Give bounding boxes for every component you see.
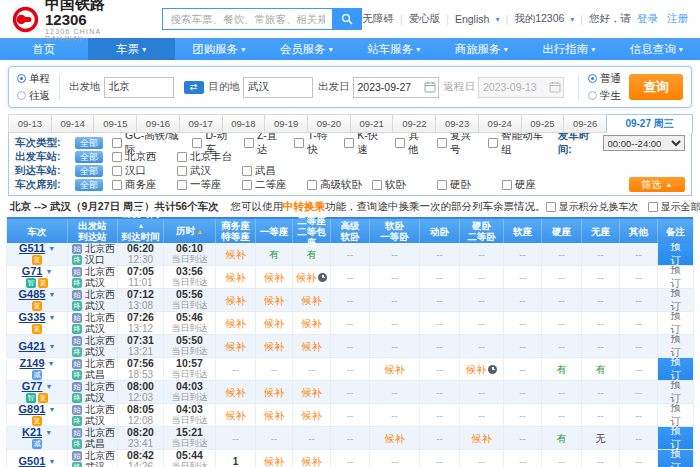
normal-passenger-radio[interactable]: 普通	[588, 72, 621, 86]
date-tab-09-17[interactable]: 09-17	[179, 114, 223, 133]
filter-option-北京西[interactable]: 北京西	[112, 150, 167, 164]
filter-option-智能动车组[interactable]: 智能动车组	[488, 129, 547, 157]
show-all-bookable-checkbox[interactable]: 显示全部可预订车次	[648, 200, 700, 214]
book-button[interactable]: 预订	[658, 381, 693, 403]
train-link[interactable]: G485	[19, 289, 46, 300]
expand-caret-icon[interactable]: ▼	[48, 289, 55, 300]
filter-option-Z-直达[interactable]: Z-直达	[244, 129, 283, 157]
seat-status[interactable]: 候补	[264, 341, 284, 352]
seat-status[interactable]: 候补	[226, 249, 246, 260]
seat-status[interactable]: 候补	[264, 295, 284, 306]
filter-option-武汉[interactable]: 武汉	[177, 164, 232, 178]
filter-option-K-快速[interactable]: K-快速	[344, 129, 384, 157]
seat-status[interactable]: 候补	[226, 341, 246, 352]
date-tab-selected[interactable]: 09-27 周三	[606, 114, 693, 133]
seat-status[interactable]: 候补	[264, 318, 284, 329]
train-link[interactable]: K21	[22, 427, 42, 438]
date-tab-09-14[interactable]: 09-14	[51, 114, 95, 133]
expand-caret-icon[interactable]: ▼	[48, 404, 55, 415]
top-link-1[interactable]: 无障碍	[362, 12, 394, 26]
show-points-trains-checkbox[interactable]: 显示积分兑换车次	[546, 200, 639, 214]
book-button[interactable]: 预订	[658, 243, 693, 265]
round-trip-radio[interactable]: 往返	[17, 89, 50, 103]
date-tab-09-26[interactable]: 09-26	[563, 114, 607, 133]
date-tab-09-13[interactable]: 09-13	[8, 114, 52, 133]
seat-status[interactable]: 候补	[472, 433, 492, 444]
seat-status[interactable]: 候补	[385, 364, 405, 375]
nav-item-business-travel[interactable]: 商旅服务▾	[438, 38, 526, 60]
seat-status[interactable]: 候补	[296, 272, 316, 283]
book-button[interactable]: 预订	[658, 404, 693, 426]
col-header-3[interactable]: 出发时间▲到达时间▼	[117, 219, 163, 243]
book-button[interactable]: 预订	[658, 266, 693, 288]
seat-status[interactable]: 候补	[302, 318, 322, 329]
expand-caret-icon[interactable]: ▼	[48, 341, 55, 352]
search-button[interactable]	[332, 8, 362, 30]
train-link[interactable]: G511	[19, 243, 45, 254]
register-link[interactable]: 注册	[664, 12, 688, 26]
to-city-input[interactable]	[243, 77, 313, 98]
seat-status[interactable]: 候补	[264, 272, 284, 283]
seat-status[interactable]: 候补	[226, 387, 246, 398]
nav-item-group-service[interactable]: 团购服务▾	[175, 38, 263, 60]
seat-status[interactable]: 候补	[226, 295, 246, 306]
filter-option-一等座[interactable]: 一等座	[177, 178, 232, 192]
filter-option-商务座[interactable]: 商务座	[112, 178, 167, 192]
train-link[interactable]: G891	[19, 404, 46, 415]
seat-status[interactable]: 候补	[385, 433, 405, 444]
select-all-button[interactable]: 全部	[75, 137, 103, 149]
expand-caret-icon[interactable]: ▼	[45, 266, 52, 277]
expand-caret-icon[interactable]: ▼	[48, 243, 55, 254]
nav-item-home[interactable]: 首页	[0, 38, 88, 60]
filter-option-高级软卧[interactable]: 高级软卧	[307, 178, 362, 192]
date-tab-09-19[interactable]: 09-19	[264, 114, 308, 133]
train-link[interactable]: G335	[19, 312, 46, 323]
train-link[interactable]: G501	[19, 456, 46, 467]
book-button[interactable]: 预订	[658, 289, 693, 311]
book-button[interactable]: 预订	[658, 312, 693, 334]
col-header-4[interactable]: 历时▲	[163, 219, 215, 243]
expand-caret-icon[interactable]: ▼	[48, 312, 55, 323]
one-way-radio[interactable]: 单程	[17, 72, 50, 86]
apply-filter-button[interactable]: 筛选 ▲	[629, 177, 685, 192]
select-all-button[interactable]: 全部	[75, 179, 103, 191]
nav-item-member-service[interactable]: 会员服务▾	[263, 38, 351, 60]
expand-caret-icon[interactable]: ▼	[48, 358, 55, 369]
book-button[interactable]: 预订	[658, 358, 693, 380]
transfer-link[interactable]: 中转换乘	[283, 200, 325, 212]
filter-option-二等座[interactable]: 二等座	[242, 178, 297, 192]
date-tab-09-18[interactable]: 09-18	[222, 114, 266, 133]
seat-status[interactable]: 候补	[226, 410, 246, 421]
filter-option-硬卧[interactable]: 硬卧	[437, 178, 492, 192]
from-city-input[interactable]	[104, 77, 174, 98]
expand-caret-icon[interactable]: ▼	[45, 381, 52, 392]
date-tab-09-24[interactable]: 09-24	[478, 114, 522, 133]
train-link[interactable]: G77	[22, 381, 43, 392]
train-link[interactable]: Z149	[19, 358, 44, 369]
date-tab-09-25[interactable]: 09-25	[521, 114, 565, 133]
book-button[interactable]: 预订	[658, 335, 693, 357]
top-link-2[interactable]: 爱心版	[409, 12, 441, 26]
nav-item-travel-guide[interactable]: 出行指南▾	[525, 38, 613, 60]
seat-status[interactable]: 候补	[466, 364, 486, 375]
expand-caret-icon[interactable]: ▼	[48, 456, 55, 467]
seat-status[interactable]: 候补	[264, 410, 284, 421]
date-tab-09-23[interactable]: 09-23	[435, 114, 479, 133]
seat-status[interactable]: 候补	[226, 318, 246, 329]
query-button[interactable]: 查询	[629, 74, 683, 100]
site-logo[interactable]: 中国铁路12306 12306 CHINA RAILWAY	[12, 0, 128, 42]
book-button[interactable]: 预订	[658, 427, 693, 449]
filter-option-武昌[interactable]: 武昌	[242, 164, 297, 178]
top-link-4[interactable]: 我的12306	[514, 12, 564, 26]
sort-arrow-icon[interactable]: ▲	[138, 222, 145, 229]
filter-option-复兴号[interactable]: 复兴号	[437, 129, 477, 157]
calendar-icon[interactable]	[424, 81, 436, 93]
seat-status[interactable]: 候补	[264, 387, 284, 398]
date-tab-09-16[interactable]: 09-16	[136, 114, 180, 133]
train-link[interactable]: G421	[19, 341, 46, 352]
login-link[interactable]: 登录	[637, 12, 658, 26]
select-all-button[interactable]: 全部	[75, 165, 103, 177]
top-link-3[interactable]: English	[455, 13, 489, 25]
seat-status[interactable]: 候补	[226, 272, 246, 283]
filter-option-软卧[interactable]: 软卧	[372, 178, 427, 192]
